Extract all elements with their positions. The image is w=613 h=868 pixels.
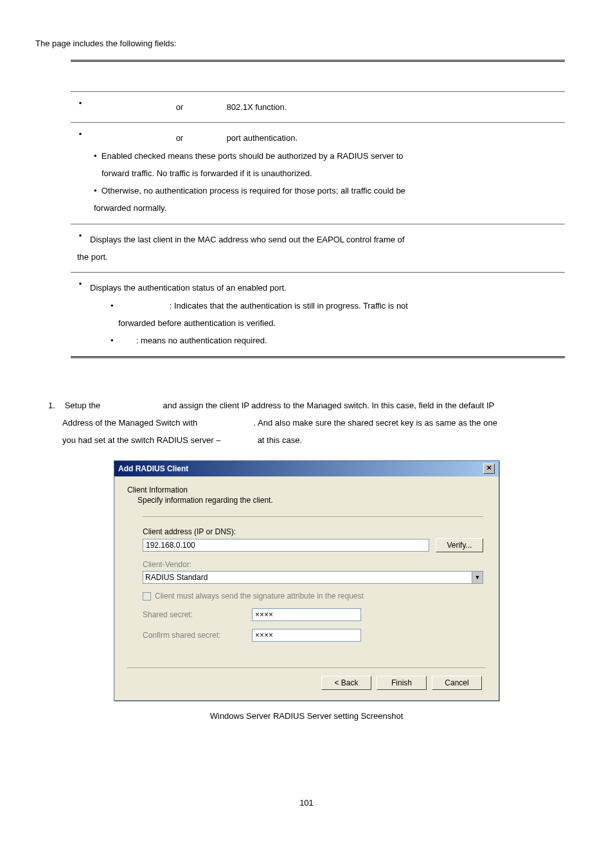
row-text: or [176,102,184,112]
dialog-title-text: Add RADIUS Client [118,464,188,473]
cancel-button[interactable]: Cancel [432,676,482,690]
verify-button[interactable]: Verify... [436,538,483,552]
signature-checkbox[interactable] [143,592,151,601]
row-text: : Indicates that the authentication is s… [170,301,408,311]
step-text: at this case. [258,435,302,445]
row-text: or [176,133,184,143]
figure-caption: Windows Server RADIUS Server setting Scr… [35,711,578,721]
confirm-secret-label: Confirm shared secret: [143,631,252,640]
row-desc: Displays the authentication status of an… [90,273,565,356]
select-value: RADIUS Standard [145,573,208,582]
client-address-input[interactable] [143,539,429,552]
step-text: Setup the [65,401,103,410]
group-subtext: Specify information regarding the client… [138,496,486,505]
page-number: 101 [35,798,578,808]
row-desc: or 802.1X function. [90,92,565,123]
step-text: you had set at the switch RADIUS server … [62,435,223,445]
step-number: 1. [48,397,62,414]
dialog-screenshot: Add RADIUS Client ✕ Client Information S… [114,460,499,701]
step-text: and assign the client IP address to the … [163,401,495,410]
row-desc: or port authentication. • Enabled checke… [90,123,565,224]
close-icon[interactable]: ✕ [483,464,495,474]
row-desc: Displays the last client in the MAC addr… [90,224,565,273]
step-text: . And also make sure the shared secret k… [254,418,497,428]
back-button[interactable]: < Back [321,676,371,690]
chevron-down-icon: ▼ [472,572,483,583]
client-vendor-label: Client-Vendor: [143,560,483,569]
row-bullet: • [71,92,90,123]
row-bullet: • [71,273,90,356]
client-vendor-select[interactable]: RADIUS Standard ▼ [143,571,483,584]
step-text: Address of the Managed Switch with [62,418,200,428]
group-label: Client Information [127,485,486,494]
finish-button[interactable]: Finish [377,676,427,690]
shared-secret-label: Shared secret: [143,610,252,619]
shared-secret-input[interactable] [252,608,361,621]
row-text: forwarded normally. [94,203,166,213]
row-text: the port. [77,248,558,266]
row-bullet: • [71,123,90,224]
row-text: forwarded before authentication is verif… [118,318,276,328]
fields-table: • or 802.1X function. • or port authenti [71,60,565,358]
signature-checkbox-label: Client must always send the signature at… [155,592,364,601]
row-text: Enabled checked means these ports should… [102,151,404,161]
row-text: port authentication. [226,133,298,143]
row-text: 802.1X function. [226,102,287,112]
confirm-secret-input[interactable] [252,629,361,642]
intro-text: The page includes the following fields: [35,39,578,48]
row-text: : means no authentication required. [136,336,267,345]
row-text: Displays the authentication status of an… [90,279,558,296]
numbered-step: 1. Setup the and assign the client IP ad… [35,397,578,449]
row-text: Displays the last client in the MAC addr… [90,231,558,248]
row-text: forward traffic. No traffic is forwarded… [102,168,312,178]
row-text: Otherwise, no authentication process is … [102,186,405,195]
dialog-titlebar: Add RADIUS Client ✕ [114,461,499,476]
client-address-label: Client address (IP or DNS): [143,527,483,536]
